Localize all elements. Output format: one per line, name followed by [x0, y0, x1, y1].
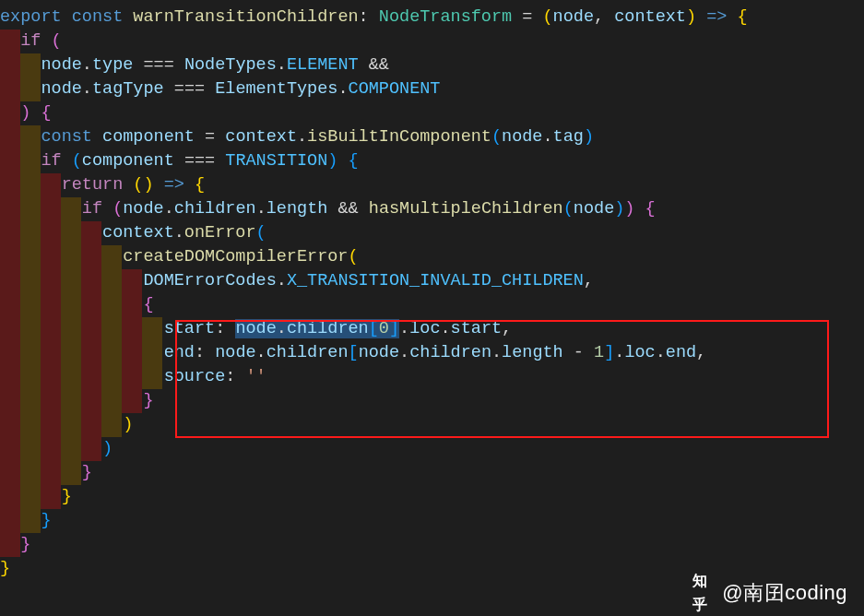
token-var: component: [102, 127, 195, 147]
token-pun: =: [512, 7, 542, 27]
token-var: node: [41, 55, 81, 75]
token-brace-b: ]: [604, 343, 614, 362]
code-text: return () => {: [0, 175, 205, 195]
code-line: if (component === TRANSITION) {: [0, 149, 864, 173]
token-pun: ,: [696, 343, 706, 362]
token-brace-p: {: [645, 199, 656, 219]
token-pun: &&: [327, 199, 368, 219]
code-line: return () => {: [0, 173, 864, 197]
token-prop: children: [174, 199, 256, 219]
token-brace-b: (: [491, 127, 502, 147]
token-pun: [123, 175, 133, 195]
token-var: node: [359, 343, 399, 362]
code-line: if (: [0, 30, 864, 53]
code-text: createDOMCompilerError(: [0, 247, 359, 267]
code-line: source: '': [0, 365, 864, 389]
token-kw: const: [72, 7, 124, 27]
code-text: if (component === TRANSITION) {: [0, 151, 359, 171]
code-text: }: [0, 463, 92, 482]
token-brace-p: {: [41, 103, 51, 123]
code-line: node.tagType === ElementTypes.COMPONENT: [0, 77, 864, 101]
token-brace-b: [: [369, 319, 379, 338]
token-con: ELEMENT: [287, 55, 359, 75]
token-pun: [337, 151, 348, 171]
code-line: }: [0, 509, 864, 533]
token-brace-b: [: [349, 343, 359, 362]
token-pun: .: [256, 343, 266, 362]
token-fn: isBuiltInComponent: [307, 127, 491, 147]
token-brace-b: ]: [389, 319, 399, 338]
watermark-author: @南囝coding: [722, 581, 847, 605]
code-line: if (node.children.length && hasMultipleC…: [0, 197, 864, 221]
code-text: }: [0, 559, 10, 578]
token-pun: [30, 103, 41, 123]
token-pun: :: [359, 7, 379, 27]
token-brace-y: }: [0, 559, 10, 578]
token-pun: ===: [133, 55, 184, 75]
watermark: 知乎 @南囝coding: [692, 581, 847, 605]
token-pun: .: [256, 199, 266, 219]
token-pun: [727, 7, 737, 27]
token-pun: [62, 7, 72, 27]
code-text: }: [0, 487, 72, 506]
code-line: createDOMCompilerError(: [0, 245, 864, 269]
token-prop: loc: [624, 343, 655, 362]
token-pun: ,: [594, 7, 614, 27]
token-pun: .: [399, 343, 409, 362]
token-brace-p: (: [52, 31, 62, 51]
token-var: context: [102, 223, 174, 243]
token-var: component: [82, 151, 174, 171]
code-line: context.onError(: [0, 221, 864, 245]
token-brace-p: }: [20, 535, 30, 554]
code-text: node.tagType === ElementTypes.COMPONENT: [0, 79, 440, 99]
token-pun: .: [82, 55, 92, 75]
token-brace-p: ): [20, 103, 30, 123]
token-pun: [92, 127, 102, 147]
token-brace-y: {: [195, 175, 205, 195]
token-pun: [123, 7, 133, 27]
token-pun: =: [195, 127, 225, 147]
code-text: end: node.children[node.children.length …: [0, 343, 706, 362]
token-prop: tag: [553, 127, 584, 147]
token-pun: [696, 7, 706, 27]
token-prop: loc: [409, 319, 440, 338]
code-text: start: node.children[0].loc.start,: [0, 319, 512, 338]
token-pun: [154, 175, 164, 195]
token-pun: :: [195, 343, 215, 362]
token-kw: export: [0, 7, 62, 27]
token-prop: length: [266, 199, 328, 219]
token-brace-b: ): [584, 127, 594, 147]
token-fn: warnTransitionChildren: [133, 7, 358, 27]
token-brace-b: ): [614, 199, 624, 219]
code-text: if (node.children.length && hasMultipleC…: [0, 199, 656, 219]
token-pun: &&: [359, 55, 389, 75]
token-pun: .: [542, 127, 552, 147]
code-line: DOMErrorCodes.X_TRANSITION_INVALID_CHILD…: [0, 269, 864, 293]
token-brace-p: ): [624, 199, 634, 219]
token-brace-y: (: [133, 175, 143, 195]
token-var: node: [123, 199, 163, 219]
token-brace-b: ): [327, 151, 337, 171]
token-var: node: [215, 343, 255, 362]
token-con: TRANSITION: [225, 151, 327, 171]
code-text: }: [0, 535, 30, 554]
token-prop: children: [409, 343, 491, 362]
code-text: node.type === NodeTypes.ELEMENT &&: [0, 55, 389, 75]
token-pun: .: [277, 271, 287, 290]
token-pun: [184, 175, 195, 195]
token-brace-y: ): [123, 415, 133, 434]
code-text: }: [0, 511, 52, 530]
token-fn: hasMultipleChildren: [369, 199, 563, 219]
token-pun: .: [656, 343, 666, 362]
token-pun: ,: [502, 319, 512, 338]
token-var: node: [502, 127, 542, 147]
code-line: {: [0, 293, 864, 317]
code-line: }: [0, 533, 864, 557]
token-pun: :: [215, 319, 235, 338]
token-prop: tagType: [92, 79, 164, 99]
token-kw: =>: [706, 7, 727, 27]
code-text: source: '': [0, 367, 266, 386]
token-fn: createDOMCompilerError: [123, 247, 348, 267]
token-pun: .: [82, 79, 92, 99]
token-brace-p: }: [82, 463, 92, 482]
